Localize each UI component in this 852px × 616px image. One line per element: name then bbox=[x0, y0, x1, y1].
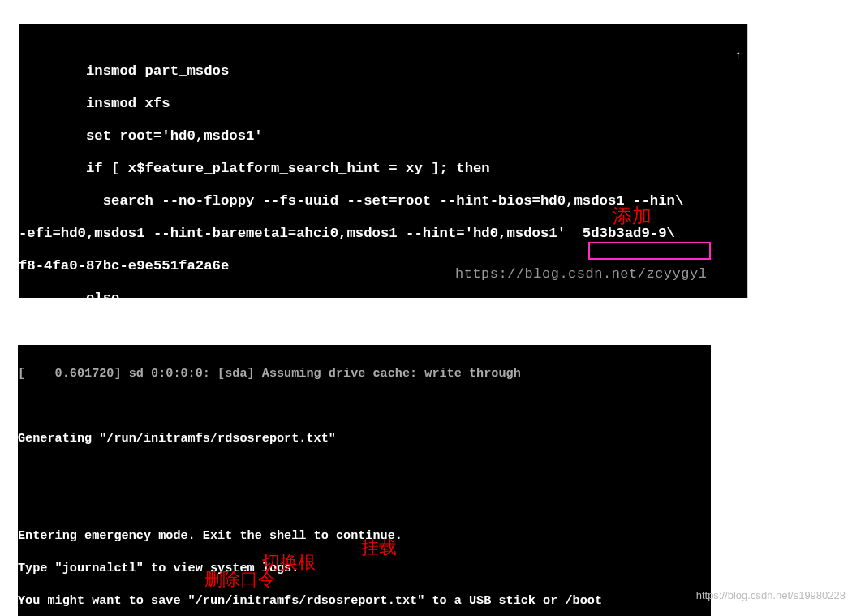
term1-line: else bbox=[19, 291, 119, 298]
term1-line: f8-4fa0-87bc-e9e551fa2a6e bbox=[19, 258, 229, 274]
annotation-delete: 删除口令 bbox=[204, 567, 276, 592]
annotation-mount: 挂载 bbox=[361, 536, 397, 560]
term1-line: insmod part_msdos bbox=[19, 63, 229, 79]
term1-line: if [ x$feature_platform_search_hint = xy… bbox=[19, 161, 490, 176]
watermark-text: https://blog.csdn.net/zcyygyl bbox=[455, 266, 707, 282]
term2-line: Entering emergency mode. Exit the shell … bbox=[18, 528, 402, 543]
scroll-arrow-icon: ↑ bbox=[735, 47, 742, 63]
term1-line: insmod xfs bbox=[19, 96, 170, 111]
term2-line: Generating "/run/initramfs/rdsosreport.t… bbox=[18, 431, 336, 446]
term1-line: -efi=hd0,msdos1 --hint-baremetal=ahci0,m… bbox=[19, 226, 675, 241]
annotation-add: 添加 bbox=[613, 203, 652, 229]
term1-line: search --no-floppy --fs-uuid --set=root … bbox=[19, 193, 683, 209]
grub-editor-terminal[interactable]: ↑ insmod part_msdos insmod xfs set root=… bbox=[19, 24, 748, 298]
emergency-shell-terminal[interactable]: [ 0.601720] sd 0:0:0:0: [sda] Assuming d… bbox=[18, 345, 711, 616]
highlight-rd-break bbox=[588, 242, 711, 260]
page-watermark: https://blog.csdn.net/s19980228 bbox=[696, 589, 846, 601]
term2-line: You might want to save "/run/initramfs/r… bbox=[18, 593, 602, 608]
term2-line: [ 0.601720] sd 0:0:0:0: [sda] Assuming d… bbox=[18, 366, 521, 381]
term1-line: set root='hd0,msdos1' bbox=[19, 128, 263, 144]
